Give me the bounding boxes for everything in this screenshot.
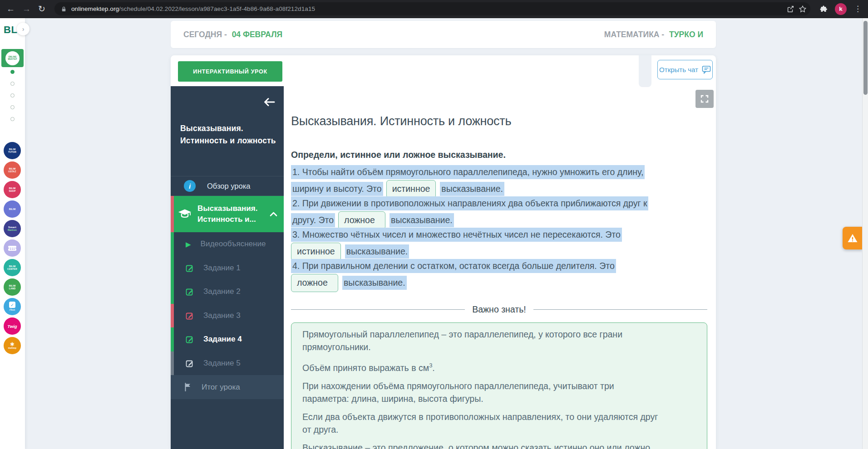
url-text: onlinemektep.org/schedule/04.02.2022/les… xyxy=(71,5,782,12)
statement-post: высказывание. xyxy=(440,182,504,196)
divider-label: Важно знать! xyxy=(472,304,526,315)
profile-avatar[interactable]: k xyxy=(835,3,847,15)
teacher-name: ТУРКО И xyxy=(669,30,703,39)
sidebar-item-задание-5[interactable]: ▶ Задание 5 xyxy=(171,351,284,376)
sidebar-item-видеообъяснение[interactable]: ▶ Видеообъяснение xyxy=(171,232,284,256)
sidebar-item-overview[interactable]: i Обзор урока xyxy=(171,176,284,196)
keyboard-icon xyxy=(8,246,16,251)
info-paragraph: При нахождении объёма прямоугольного пар… xyxy=(302,380,696,405)
section-label: Высказывания.Истинность и... xyxy=(197,203,257,225)
statement: 1. Чтобы найти объём прямоугольного пара… xyxy=(291,164,707,195)
open-chat-button[interactable]: Открыть чат xyxy=(657,60,713,79)
info-paragraph: Если два объекта движутся в противополож… xyxy=(302,411,696,436)
sidebar-item-задание-4[interactable]: ▶ Задание 4 xyxy=(171,327,284,351)
statement-line1: 3. Множество чётных чисел и множество не… xyxy=(291,228,622,242)
app-icon-bilim-tutor[interactable]: BILIMTUTOR xyxy=(4,142,21,159)
extensions-puzzle-icon[interactable] xyxy=(819,5,828,13)
app-icon-bilim[interactable]: BILIM xyxy=(4,200,21,218)
answer-select[interactable]: ложное xyxy=(291,274,338,293)
statement-line1: 2. При движении в противоположных направ… xyxy=(291,196,648,210)
summary-label: Итог урока xyxy=(202,383,240,392)
rail-progress-dots xyxy=(0,70,25,121)
sidebar-item-label: Задание 2 xyxy=(203,287,241,296)
important-divider: Важно знать! xyxy=(291,303,707,315)
sidebar-item-label: Задание 3 xyxy=(203,311,241,320)
online-mektep-logo: ONLINEMEKTEP xyxy=(5,51,20,65)
sidebar-item-задание-1[interactable]: ▶ Задание 1 xyxy=(171,256,284,280)
statement-line2: ширину и высоту. Это xyxy=(291,182,383,196)
share-icon[interactable] xyxy=(786,5,794,13)
page-title: Высказывания. Истинность и ложность xyxy=(291,114,707,128)
info-paragraph: Объём принято выражать в см3. xyxy=(302,359,696,374)
sidebar-section-active[interactable]: Высказывания.Истинность и... xyxy=(171,196,284,232)
sidebar-item-label: Задание 5 xyxy=(203,359,241,368)
overview-label: Обзор урока xyxy=(207,182,250,190)
today-block: СЕГОДНЯ - 04 ФЕВРАЛЯ xyxy=(183,30,282,39)
subject-label: МАТЕМАТИКА - xyxy=(604,30,664,39)
dot[interactable] xyxy=(10,105,15,109)
statement: 4. При правильном делении с остатком, ос… xyxy=(291,258,707,289)
online-mektep-tile[interactable]: ONLINEMEKTEP xyxy=(1,49,24,67)
rail-expand-button[interactable]: › xyxy=(17,23,30,35)
back-arrow-button[interactable] xyxy=(263,97,276,107)
lock-icon xyxy=(60,5,67,13)
address-bar[interactable]: onlinemektep.org/schedule/04.02.2022/les… xyxy=(54,2,810,15)
sidebar-item-задание-2[interactable]: ▶ Задание 2 xyxy=(171,280,284,304)
app-icon-keyboard-app[interactable] xyxy=(4,239,21,257)
reload-icon[interactable]: ↻ xyxy=(38,0,45,18)
sidebar-item-label: Видеообъяснение xyxy=(201,239,266,249)
statement-post: высказывание. xyxy=(342,276,407,290)
app-icon-bilim-center[interactable]: BILIMCENTER xyxy=(4,259,21,276)
task-pencil-icon xyxy=(186,312,194,320)
task-pencil-icon xyxy=(186,335,194,343)
divider-line xyxy=(291,309,465,310)
task-pencil-icon xyxy=(186,264,194,272)
dot[interactable] xyxy=(10,117,15,121)
browser-menu-icon[interactable]: ⋮ xyxy=(854,0,862,18)
info-box: Прямоугольный параллелепипед – это парал… xyxy=(291,322,707,449)
chat-bubble-icon xyxy=(702,65,711,74)
scrollbar-thumb[interactable] xyxy=(863,21,868,95)
task-prompt: Определи, истинное или ложное высказыван… xyxy=(291,150,707,160)
statement: 2. При движении в противоположных направ… xyxy=(291,195,707,227)
graduation-cap-icon xyxy=(178,209,192,220)
bl-logo: BL xyxy=(4,24,17,36)
flag-icon xyxy=(184,383,192,391)
back-icon[interactable]: ← xyxy=(6,0,15,18)
page-scrollbar[interactable] xyxy=(862,18,868,449)
statement-post: высказывание. xyxy=(390,213,454,227)
task-pencil-icon xyxy=(186,359,194,367)
page: СЕГОДНЯ - 04 ФЕВРАЛЯ МАТЕМАТИКА - ТУРКО … xyxy=(25,18,868,449)
app-icon-bilim-land[interactable]: BILIMLAND xyxy=(4,278,21,296)
dot[interactable] xyxy=(10,93,15,98)
sidebar-items: ▶ Видеообъяснение ▶ Задание 1 ▶ xyxy=(171,232,284,375)
sidebar-item-label: Задание 1 xyxy=(203,264,241,273)
app-icon-smart-nation[interactable]: SmartNation xyxy=(4,220,21,237)
info-paragraph: Высказывание – это предложение, о которо… xyxy=(302,442,696,449)
forward-icon[interactable]: → xyxy=(22,0,31,18)
subject-block: МАТЕМАТИКА - ТУРКО И xyxy=(604,30,703,39)
report-problem-button[interactable] xyxy=(843,227,863,249)
today-label: СЕГОДНЯ - xyxy=(183,30,227,39)
divider-line xyxy=(533,309,707,310)
dot-active[interactable] xyxy=(10,70,15,74)
doc-check-icon: ✓ xyxy=(9,302,15,308)
sidebar-item-задание-3[interactable]: ▶ Задание 3 xyxy=(171,304,284,328)
app-icon-bilim-ustaz[interactable]: BILIMUSTAZ xyxy=(4,161,21,179)
app-icon-bilim-shop[interactable]: BILIMSHOP xyxy=(4,181,21,198)
app-icon-itest[interactable]: ✓iTest xyxy=(4,298,21,315)
asterisk-icon: ∗ xyxy=(10,342,15,347)
schedule-topbar: СЕГОДНЯ - 04 ФЕВРАЛЯ МАТЕМАТИКА - ТУРКО … xyxy=(171,21,716,48)
tab-gap xyxy=(639,55,651,87)
statement-post: высказывание. xyxy=(345,244,409,259)
app-icon-twig[interactable]: Twig xyxy=(4,317,21,335)
interactive-lesson-tab[interactable]: ИНТЕРАКТИВНЫЙ УРОК xyxy=(178,61,282,82)
browser-toolbar: ← → ↻ onlinemektep.org/schedule/04.02.20… xyxy=(0,0,868,18)
app-rail-icons: BILIMTUTORBILIMUSTAZBILIMSHOPBILIMSmartN… xyxy=(4,142,21,354)
bookmark-star-icon[interactable] xyxy=(799,5,807,13)
sidebar-item-label: Задание 4 xyxy=(203,335,242,344)
dot[interactable] xyxy=(10,82,15,86)
app-icon-imektep[interactable]: ∗mektep xyxy=(4,337,21,354)
statement-line1: 4. При правильном делении с остатком, ос… xyxy=(291,259,616,273)
sidebar-item-summary[interactable]: Итог урока xyxy=(171,375,284,399)
